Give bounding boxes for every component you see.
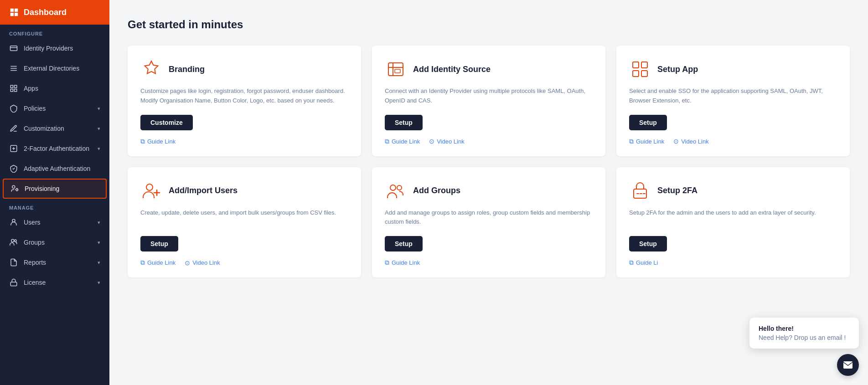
- svg-rect-10: [15, 85, 17, 87]
- svg-point-19: [11, 239, 14, 242]
- add-import-users-icon: [140, 180, 162, 202]
- sidebar-item-external-directories-label: External Directories: [24, 65, 79, 72]
- branding-card: Branding Customize pages like login, reg…: [128, 46, 361, 156]
- setup-app-video-link[interactable]: ⊙ Video Link: [673, 138, 708, 145]
- add-import-users-title: Add/Import Users: [169, 186, 238, 195]
- sidebar-item-apps-label: Apps: [24, 85, 38, 92]
- sidebar-item-adaptive-auth[interactable]: Adaptive Authentication: [0, 159, 109, 179]
- sidebar-item-adaptive-auth-label: Adaptive Authentication: [24, 165, 90, 172]
- setup-2fa-guide-link[interactable]: ⧉ Guide Li: [629, 259, 658, 267]
- dashboard-icon: [9, 7, 19, 17]
- add-groups-links: ⧉ Guide Link: [385, 259, 593, 267]
- sidebar-item-license-label: License: [24, 279, 46, 286]
- add-import-users-links: ⧉ Guide Link ⊙ Video Link: [140, 259, 348, 267]
- sidebar-item-customization[interactable]: Customization ▾: [0, 118, 109, 139]
- setup-app-desc: Select and enable SSO for the applicatio…: [629, 87, 837, 106]
- video-link-icon2: ⊙: [429, 138, 434, 145]
- guide-link-icon2: ⧉: [385, 138, 389, 145]
- svg-rect-26: [633, 62, 639, 68]
- branding-card-header: Branding: [140, 58, 348, 80]
- branding-card-title: Branding: [169, 65, 205, 74]
- add-identity-source-title: Add Identity Source: [413, 65, 491, 74]
- identity-providers-icon: [9, 44, 18, 53]
- sidebar-item-users-label: Users: [24, 219, 41, 226]
- setup-app-guide-link[interactable]: ⧉ Guide Link: [629, 138, 664, 145]
- sidebar-item-groups-label: Groups: [24, 239, 45, 246]
- groups-icon: [9, 238, 18, 247]
- setup-app-setup-button[interactable]: Setup: [629, 115, 667, 130]
- add-import-users-guide-link[interactable]: ⧉ Guide Link: [140, 259, 176, 267]
- chat-popup-subtitle: Need Help? Drop us an email !: [759, 334, 850, 341]
- policies-icon: [9, 104, 18, 113]
- external-directories-icon: [9, 64, 18, 73]
- sidebar-item-customization-label: Customization: [24, 125, 64, 132]
- sidebar-item-policies[interactable]: Policies ▾: [0, 98, 109, 118]
- svg-rect-2: [10, 13, 14, 16]
- groups-chevron: ▾: [98, 240, 100, 246]
- 2fa-icon: [9, 144, 18, 153]
- users-icon: [9, 218, 18, 227]
- svg-point-34: [397, 185, 402, 190]
- setup-2fa-setup-button[interactable]: Setup: [629, 236, 667, 252]
- sidebar-item-identity-providers-label: Identity Providers: [24, 45, 73, 52]
- add-identity-source-setup-button[interactable]: Setup: [385, 115, 423, 130]
- sidebar-item-groups[interactable]: Groups ▾: [0, 232, 109, 252]
- customization-icon: [9, 124, 18, 133]
- add-groups-icon: [385, 180, 407, 202]
- chat-popup: Hello there! Need Help? Drop us an email…: [749, 318, 859, 349]
- sidebar-item-identity-providers[interactable]: Identity Providers: [0, 38, 109, 58]
- add-identity-source-guide-link[interactable]: ⧉ Guide Link: [385, 138, 420, 145]
- add-identity-source-desc: Connect with an Identity Provider using …: [385, 87, 593, 106]
- svg-rect-29: [641, 71, 647, 77]
- sidebar-item-2fa[interactable]: 2-Factor Authentication ▾: [0, 139, 109, 159]
- page-title: Get started in minutes: [128, 18, 850, 31]
- adaptive-auth-icon: [9, 164, 18, 173]
- branding-customize-button[interactable]: Customize: [140, 115, 193, 130]
- add-groups-setup-button[interactable]: Setup: [385, 236, 423, 252]
- video-link-icon4: ⊙: [185, 259, 190, 267]
- guide-link-icon5: ⧉: [385, 259, 389, 267]
- guide-link-icon3: ⧉: [629, 138, 634, 145]
- policies-chevron: ▾: [98, 106, 100, 112]
- add-groups-guide-link[interactable]: ⧉ Guide Link: [385, 259, 420, 267]
- svg-rect-25: [395, 69, 400, 73]
- svg-rect-9: [10, 85, 13, 87]
- sidebar-item-reports[interactable]: Reports ▾: [0, 252, 109, 272]
- provisioning-icon: [10, 184, 19, 193]
- add-import-users-setup-button[interactable]: Setup: [140, 236, 178, 252]
- branding-guide-link[interactable]: ⧉ Guide Link: [140, 138, 176, 145]
- manage-section-label: Manage: [0, 199, 109, 212]
- sidebar-item-apps[interactable]: Apps: [0, 78, 109, 98]
- svg-point-30: [146, 184, 153, 190]
- guide-link-icon6: ⧉: [629, 259, 634, 267]
- setup-2fa-header: Setup 2FA: [629, 180, 837, 202]
- setup-2fa-links: ⧉ Guide Li: [629, 259, 837, 267]
- add-groups-header: Add Groups: [385, 180, 593, 202]
- license-chevron: ▾: [98, 280, 100, 286]
- add-import-users-video-link[interactable]: ⊙ Video Link: [185, 259, 220, 267]
- add-identity-source-icon: [385, 58, 407, 80]
- sidebar-item-users[interactable]: Users ▾: [0, 212, 109, 232]
- sidebar-item-provisioning[interactable]: Provisioning: [3, 179, 107, 199]
- guide-link-icon: ⧉: [140, 138, 145, 145]
- svg-rect-3: [15, 13, 18, 16]
- chat-popup-title: Hello there!: [759, 325, 850, 332]
- chat-fab-button[interactable]: [837, 354, 859, 376]
- sidebar: Dashboard Configure Identity Providers E…: [0, 0, 109, 385]
- reports-icon: [9, 258, 18, 267]
- add-import-users-desc: Create, update, delete users, and import…: [140, 208, 348, 227]
- customization-chevron: ▾: [98, 126, 100, 132]
- reports-chevron: ▾: [98, 260, 100, 266]
- sidebar-item-policies-label: Policies: [24, 105, 46, 112]
- sidebar-item-external-directories[interactable]: External Directories: [0, 58, 109, 78]
- brand-header[interactable]: Dashboard: [0, 0, 109, 25]
- add-import-users-card: Add/Import Users Create, update, delete …: [128, 167, 361, 278]
- mail-icon: [842, 359, 853, 370]
- svg-point-18: [12, 219, 15, 222]
- add-identity-source-video-link[interactable]: ⊙ Video Link: [429, 138, 464, 145]
- add-groups-title: Add Groups: [413, 186, 460, 195]
- sidebar-item-license[interactable]: License ▾: [0, 272, 109, 293]
- svg-rect-21: [10, 282, 17, 286]
- setup-2fa-card: Setup 2FA Setup 2FA for the admin and th…: [616, 167, 850, 278]
- setup-app-header: Setup App: [629, 58, 837, 80]
